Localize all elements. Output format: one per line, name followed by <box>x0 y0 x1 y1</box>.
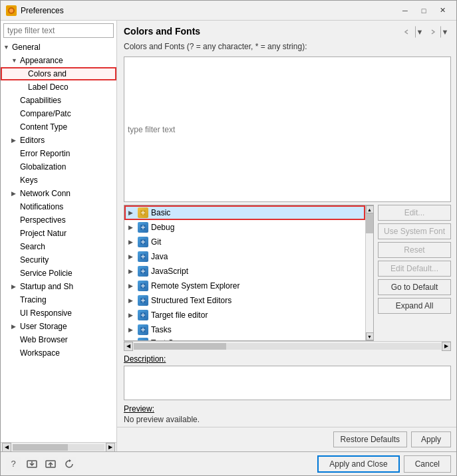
item-icon-javascript <box>138 266 148 277</box>
fonts-area: ▶ Basic ▶ <box>117 57 456 427</box>
tree-label-error-reporting: Error Reportin <box>20 149 70 158</box>
tree-item-search[interactable]: Search <box>1 240 116 253</box>
tree-item-notifications[interactable]: Notifications <box>1 200 116 213</box>
window-icon <box>6 5 17 16</box>
fonts-list-item-git[interactable]: ▶ Git <box>124 235 365 249</box>
tree-label-workspace: Workspace <box>20 348 60 358</box>
scroll-left-btn[interactable]: ◀ <box>2 443 11 452</box>
tree-item-network-conn[interactable]: ▶ Network Conn <box>1 187 116 200</box>
fonts-list-item-structured[interactable]: ▶ Structured Text Editors <box>124 293 365 308</box>
right-bottom-buttons: Restore Defaults Apply <box>117 427 456 451</box>
title-bar: Preferences ─ □ ✕ <box>1 1 456 21</box>
go-to-default-button[interactable]: Go to Default <box>378 279 451 295</box>
use-system-font-button[interactable]: Use System Font <box>378 223 451 239</box>
item-expand-basic: ▶ <box>128 209 135 216</box>
tree-item-editors[interactable]: ▶ Editors <box>1 134 116 147</box>
restore-defaults-button[interactable]: Restore Defaults <box>333 431 407 447</box>
item-icon-basic <box>138 207 148 218</box>
fonts-list-item-target[interactable]: ▶ Target file editor <box>124 308 365 322</box>
left-filter-input[interactable] <box>3 23 114 38</box>
fonts-list-item-tasks[interactable]: ▶ Tasks <box>124 322 365 337</box>
svg-point-1 <box>9 9 13 13</box>
tree-item-perspectives[interactable]: Perspectives <box>1 213 116 227</box>
expand-all-button[interactable]: Expand All <box>378 298 451 314</box>
import-button[interactable] <box>25 457 39 471</box>
nav-back-button[interactable] <box>400 26 414 38</box>
tree-item-startup[interactable]: ▶ Startup and Sh <box>1 280 116 293</box>
maximize-button[interactable]: □ <box>415 4 432 17</box>
item-expand-text-compare: ▶ <box>128 340 135 340</box>
item-icon-debug <box>138 222 148 233</box>
list-scroll-right-btn[interactable]: ▶ <box>442 342 451 351</box>
cancel-button[interactable]: Cancel <box>404 455 451 473</box>
item-label-remote: Remote System Explorer <box>151 281 239 291</box>
export-button[interactable] <box>43 457 58 471</box>
tree-item-compare-patch[interactable]: Compare/Patc <box>1 107 116 120</box>
item-icon-git <box>138 237 148 247</box>
minimize-button[interactable]: ─ <box>396 4 414 17</box>
tree-item-service-policies[interactable]: Service Policie <box>1 267 116 280</box>
fonts-list-item-java[interactable]: ▶ Java <box>124 249 365 264</box>
fonts-filter-input[interactable] <box>124 57 451 202</box>
list-h-scrollbar: ◀ ▶ <box>124 341 451 350</box>
tree-item-project-nature[interactable]: Project Natur <box>1 227 116 240</box>
close-button[interactable]: ✕ <box>434 4 451 17</box>
item-expand-git: ▶ <box>128 239 135 245</box>
list-scroll-left-btn[interactable]: ◀ <box>124 342 133 351</box>
edit-default-button[interactable]: Edit Default... <box>378 261 451 277</box>
tree-item-content-type[interactable]: Content Type <box>1 120 116 134</box>
scroll-down-btn[interactable]: ▼ <box>366 332 374 340</box>
tree-item-keys[interactable]: Keys <box>1 174 116 187</box>
preview-text: No preview available. <box>124 415 451 424</box>
apply-button[interactable]: Apply <box>411 431 451 447</box>
refresh-button[interactable] <box>62 457 76 471</box>
tree-label-search: Search <box>20 242 45 251</box>
tree-item-globalization[interactable]: Globalization <box>1 160 116 174</box>
fonts-list-item-text-compare[interactable]: ▶ Text Compare <box>124 337 365 340</box>
scroll-right-btn[interactable]: ▶ <box>106 443 115 452</box>
description-label: Description: <box>124 354 451 364</box>
item-icon-structured <box>138 295 148 306</box>
footer: ? <box>1 451 456 475</box>
right-panel-title: Colors and Fonts <box>124 26 200 37</box>
item-label-java: Java <box>151 252 168 261</box>
tree-item-colors-and[interactable]: Colors and <box>1 67 116 80</box>
item-label-tasks: Tasks <box>151 325 172 334</box>
nav-forward-dropdown-button[interactable]: ▼ <box>440 26 450 38</box>
edit-button[interactable]: Edit... <box>378 205 451 221</box>
right-panel-subtitle: Colors and Fonts (? = any character, * =… <box>124 42 307 51</box>
help-button[interactable]: ? <box>6 457 21 471</box>
apply-and-close-button[interactable]: Apply and Close <box>317 455 399 473</box>
expand-icon-appearance: ▼ <box>11 57 18 64</box>
reset-button[interactable]: Reset <box>378 242 451 258</box>
item-label-git: Git <box>151 237 161 247</box>
item-label-basic: Basic <box>151 208 170 217</box>
tree-item-error-reporting[interactable]: Error Reportin <box>1 147 116 160</box>
tree-label-appearance: Appearance <box>20 56 63 65</box>
preview-section: Preview: No preview available. <box>124 404 451 424</box>
tree-item-general[interactable]: ▼ General <box>1 41 116 54</box>
item-expand-debug: ▶ <box>128 224 135 231</box>
fonts-list-item-basic[interactable]: ▶ Basic <box>124 205 365 220</box>
expand-icon-network: ▶ <box>11 190 18 197</box>
tree-item-tracing[interactable]: Tracing <box>1 293 116 306</box>
fonts-list-item-remote[interactable]: ▶ Remote System Explorer <box>124 279 365 293</box>
tree-item-user-storage[interactable]: ▶ User Storage <box>1 320 116 333</box>
tree-label-startup: Startup and Sh <box>20 282 73 291</box>
tree-label-capabilities: Capabilities <box>20 96 61 105</box>
tree-item-label-deco[interactable]: Label Deco <box>1 80 116 94</box>
scroll-up-btn[interactable]: ▲ <box>366 205 374 213</box>
tree-item-ui-responsive[interactable]: UI Responsive <box>1 306 116 320</box>
tree-item-capabilities[interactable]: Capabilities <box>1 94 116 107</box>
tree-item-appearance[interactable]: ▼ Appearance <box>1 54 116 67</box>
fonts-list-item-debug[interactable]: ▶ Debug <box>124 220 365 235</box>
fonts-list-item-javascript[interactable]: ▶ JavaScript <box>124 264 365 279</box>
nav-back-dropdown-button[interactable]: ▼ <box>415 26 424 38</box>
tree-item-workspace[interactable]: Workspace <box>1 346 116 360</box>
nav-forward-button[interactable] <box>425 26 440 38</box>
tree-item-security[interactable]: Security <box>1 253 116 267</box>
fonts-list: ▶ Basic ▶ <box>124 205 365 340</box>
tree-item-web-browser[interactable]: Web Browser <box>1 333 116 346</box>
window-title: Preferences <box>21 6 64 15</box>
tree-label-general: General <box>12 43 41 52</box>
